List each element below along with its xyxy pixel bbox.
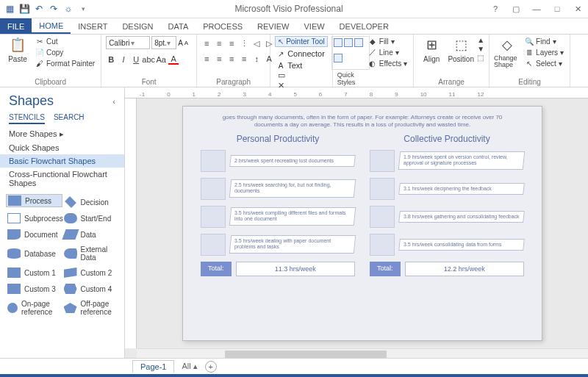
select-button[interactable]: ↖Select▾ [523, 58, 565, 68]
align-left-icon[interactable]: ≡ [201, 54, 212, 64]
shape-subprocess[interactable]: Subprocess [6, 210, 62, 226]
bring-forward-icon[interactable]: ▲ [477, 36, 484, 44]
close-icon[interactable]: ✕ [570, 4, 585, 14]
redo-icon[interactable]: ↷ [47, 2, 60, 15]
tab-file[interactable]: FILE [0, 18, 32, 34]
shape-document[interactable]: Document [6, 226, 62, 243]
bold-icon[interactable]: B [106, 54, 116, 65]
font-family-select[interactable]: Calibri ▾ [106, 36, 150, 49]
shape-process[interactable]: Process [6, 194, 62, 207]
tab-search[interactable]: SEARCH [54, 113, 85, 124]
total2-value: 12.2 hrs/week [405, 262, 524, 276]
connector-tool-button[interactable]: ↗Connector [275, 49, 326, 59]
layers-button[interactable]: ≣Layers▾ [523, 47, 565, 57]
decrease-indent-icon[interactable]: ◁ [251, 38, 262, 49]
group-label-editing: Editing [494, 77, 565, 86]
underline-icon[interactable]: U [131, 54, 141, 65]
find-button[interactable]: 🔍Find▾ [523, 36, 565, 46]
save-icon[interactable]: 💾 [18, 2, 31, 15]
font-color-icon[interactable]: A [168, 54, 179, 65]
qat-dropdown-icon[interactable]: ▾ [76, 2, 90, 15]
shape-external-data[interactable]: External Data [62, 243, 119, 265]
bullets-icon[interactable]: ⋮ [239, 38, 249, 49]
collapse-icon[interactable]: ‹ [112, 97, 115, 106]
format-painter-button[interactable]: 🖌Format Painter [34, 58, 96, 68]
tab-data[interactable]: DATA [161, 18, 196, 34]
cut-button[interactable]: ✂Cut [34, 36, 96, 46]
more-shapes-item[interactable]: More Shapes ▸ [0, 127, 124, 141]
tab-stencils[interactable]: STENCILS [9, 113, 45, 124]
copy-icon: 📄 [35, 48, 44, 57]
all-pages-button[interactable]: All ▴ [182, 362, 197, 371]
shape-custom1[interactable]: Custom 1 [6, 265, 62, 281]
horizontal-ruler: -10123456789101112 [125, 87, 588, 98]
add-page-button[interactable]: + [205, 361, 217, 373]
total-label: Total: [370, 262, 401, 276]
shape-custom4[interactable]: Custom 4 [62, 281, 119, 297]
pointer-tool-button[interactable]: ↖Pointer Tool [275, 36, 328, 47]
tab-view[interactable]: VIEW [296, 18, 331, 34]
maximize-icon[interactable]: □ [550, 4, 564, 14]
col1-title: Personal Productivity [201, 134, 355, 144]
grow-font-icon[interactable]: A [178, 39, 183, 47]
rectangle-tool-icon[interactable]: ▭ [278, 71, 328, 80]
shape-onpage-ref[interactable]: On-page reference [6, 297, 62, 319]
tab-process[interactable]: PROCESS [196, 18, 250, 34]
shape-data[interactable]: Data [62, 226, 119, 243]
text-direction-icon[interactable]: ↕ [251, 54, 262, 64]
align-top-icon[interactable]: ≡ [201, 38, 212, 49]
strikethrough-icon[interactable]: abc [143, 54, 154, 65]
undo-icon[interactable]: ↶ [32, 2, 46, 15]
send-backward-icon[interactable]: ▼ [477, 45, 484, 53]
shape-startend[interactable]: Start/End [62, 210, 119, 226]
group-arrange: ⊞Align ⬚Position ▲ ▼ ⬚ Arrange [414, 35, 490, 87]
position-button[interactable]: ⬚Position [448, 36, 474, 63]
align-button[interactable]: ⊞Align [418, 36, 445, 63]
help-icon[interactable]: ? [488, 4, 503, 14]
italic-icon[interactable]: I [118, 54, 129, 65]
group-label-clipboard: Clipboard [4, 77, 96, 86]
app-icon: ▦ [3, 2, 16, 15]
quick-shapes-item[interactable]: Quick Shapes [0, 141, 124, 154]
drawing-page[interactable]: goes through many documents, often in th… [182, 106, 542, 341]
tab-design[interactable]: DESIGN [115, 18, 160, 34]
minimize-icon[interactable]: — [529, 4, 544, 14]
shape-custom3[interactable]: Custom 3 [6, 281, 62, 297]
quick-styles-button[interactable]: Quick Styles [337, 36, 364, 86]
font-size-select[interactable]: 8pt. ▾ [151, 36, 176, 49]
align-right-icon[interactable]: ≡ [226, 54, 237, 64]
shape-offpage-ref[interactable]: Off-page reference [62, 297, 119, 319]
justify-icon[interactable]: ≡ [239, 54, 249, 64]
column-personal: Personal Productivity 2 hrs/week spent r… [201, 134, 355, 276]
effects-button[interactable]: ◐Effects▾ [367, 58, 409, 68]
shape-database[interactable]: Database [6, 243, 62, 265]
total1-value: 11.3 hrs/week [236, 262, 355, 276]
align-middle-icon[interactable]: ≡ [214, 38, 224, 49]
shrink-font-icon[interactable]: A [184, 40, 188, 46]
paste-button[interactable]: 📋Paste [4, 36, 31, 63]
tab-home[interactable]: HOME [32, 18, 71, 34]
diagram-icon [370, 234, 395, 256]
horizontal-scrollbar[interactable] [137, 348, 588, 358]
cross-functional-stencil[interactable]: Cross-Functional Flowchart Shapes [0, 168, 124, 190]
scrollbar-thumb[interactable] [225, 351, 387, 358]
ribbon-collapse-icon[interactable]: ▢ [509, 4, 523, 14]
group-icon[interactable]: ⬚ [477, 54, 484, 62]
fill-button[interactable]: ◆Fill▾ [367, 36, 409, 46]
shape-decision[interactable]: Decision [62, 194, 119, 210]
page-tab-1[interactable]: Page-1 [132, 360, 174, 373]
drawing-canvas[interactable]: goes through many documents, often in th… [137, 98, 588, 348]
align-center-icon[interactable]: ≡ [214, 54, 224, 64]
tab-insert[interactable]: INSERT [71, 18, 115, 34]
touch-mode-icon[interactable]: ☼ [62, 2, 75, 15]
change-shape-button[interactable]: ◇Change Shape [494, 36, 520, 68]
text-tool-button[interactable]: AText [275, 60, 304, 71]
copy-button[interactable]: 📄Copy [34, 47, 96, 57]
tab-review[interactable]: REVIEW [250, 18, 296, 34]
basic-flowchart-stencil[interactable]: Basic Flowchart Shapes [0, 154, 124, 168]
tab-developer[interactable]: DEVELOPER [332, 18, 396, 34]
shape-custom2[interactable]: Custom 2 [62, 265, 119, 281]
align-bottom-icon[interactable]: ≡ [226, 38, 237, 49]
line-button[interactable]: ／Line▾ [367, 47, 409, 57]
text-highlight-icon[interactable]: Aa [156, 54, 166, 65]
